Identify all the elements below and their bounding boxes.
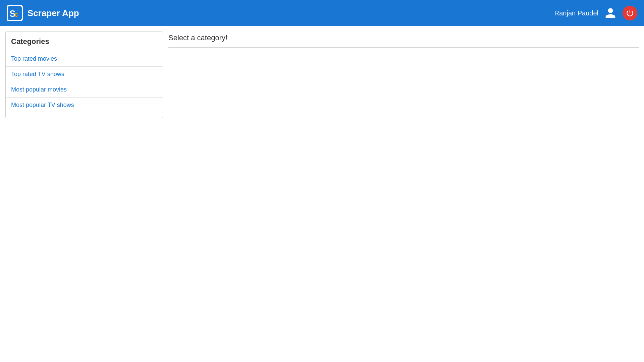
list-item: Most popular TV shows — [6, 98, 163, 113]
category-link-most-popular-movies[interactable]: Most popular movies — [6, 82, 163, 97]
sidebar: Categories Top rated moviesTop rated TV … — [5, 32, 163, 118]
list-item: Top rated TV shows — [6, 67, 163, 82]
category-link-most-popular-tv-shows[interactable]: Most popular TV shows — [6, 98, 163, 113]
power-button[interactable] — [623, 6, 637, 20]
list-item: Top rated movies — [6, 51, 163, 67]
content-prompt: Select a category! — [168, 32, 639, 44]
app-logo: S c — [7, 5, 23, 21]
category-link-top-rated-tv-shows[interactable]: Top rated TV shows — [6, 67, 163, 82]
navbar-right: Ranjan Paudel — [554, 6, 637, 20]
main-content: Categories Top rated moviesTop rated TV … — [0, 26, 644, 124]
list-item: Most popular movies — [6, 82, 163, 98]
navbar-brand[interactable]: S c Scraper App — [7, 5, 79, 21]
category-link-top-rated-movies[interactable]: Top rated movies — [6, 51, 163, 66]
categories-title: Categories — [6, 37, 163, 51]
content-panel: Select a category! — [168, 32, 639, 48]
username-label: Ranjan Paudel — [554, 9, 598, 17]
navbar: S c Scraper App Ranjan Paudel — [0, 0, 644, 26]
category-list: Top rated moviesTop rated TV showsMost p… — [6, 51, 163, 113]
app-title: Scraper App — [28, 8, 79, 18]
svg-text:c: c — [14, 11, 18, 18]
user-icon — [604, 6, 617, 20]
